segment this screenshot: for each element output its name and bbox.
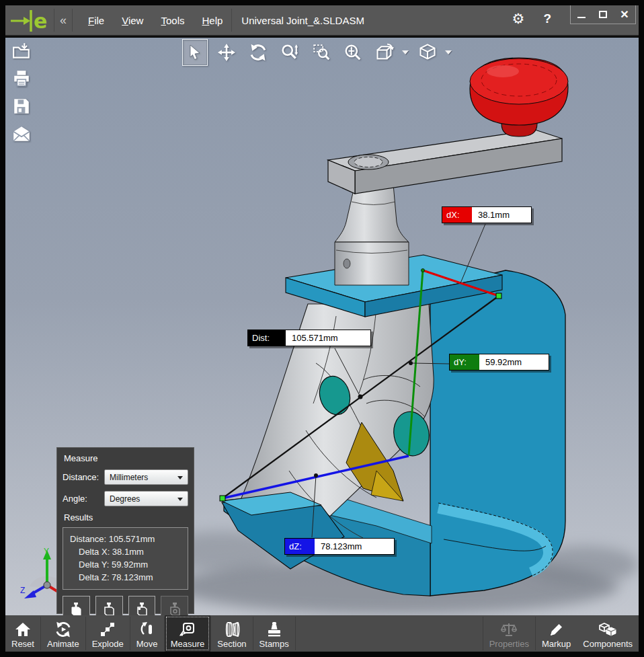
pan-tool-button[interactable] xyxy=(214,39,239,66)
distance-units-label: Distance: xyxy=(63,472,104,482)
open-file-icon[interactable] xyxy=(12,42,31,61)
stamp-icon xyxy=(266,621,283,638)
dz-measurement-callout[interactable]: dZ: 78.123mm xyxy=(284,538,395,555)
move-component-button[interactable]: Move xyxy=(130,615,164,652)
dz-label: dZ: xyxy=(285,539,315,554)
dx-label: dX: xyxy=(442,207,472,223)
titlebar-separator xyxy=(231,9,232,32)
isometric-view-button[interactable] xyxy=(415,39,440,66)
viewport-3d[interactable]: Y Z dX: 38.1mm Dist: 105.571mm dY: 59.92… xyxy=(5,38,639,615)
distance-units-select[interactable]: Millimeters xyxy=(104,469,188,485)
collapse-panel-button[interactable]: « xyxy=(54,13,72,28)
dy-label: dY: xyxy=(450,354,479,370)
result-delta-x: Delta X: 38.1mm xyxy=(70,545,184,558)
pan-icon xyxy=(218,44,235,61)
help-icon[interactable]: ? xyxy=(534,5,561,32)
view-orientation-button[interactable] xyxy=(372,39,397,66)
dist-label: Dist: xyxy=(248,330,286,346)
menu-file[interactable]: File xyxy=(79,8,113,33)
window-controls: ✕ xyxy=(570,5,636,24)
measure-panel-title: Measure xyxy=(64,453,188,463)
menu-bar: File View Tools Help xyxy=(79,8,231,33)
dy-measurement-callout[interactable]: dY: 59.92mm xyxy=(449,354,549,371)
dy-value: 59.92mm xyxy=(479,354,549,370)
measure-panel: Measure Distance: Millimeters Angle: Deg… xyxy=(56,447,194,614)
settings-gear-icon[interactable]: ⚙ xyxy=(503,5,534,32)
weight-solid-icon xyxy=(69,602,83,615)
dist-value: 105.571mm xyxy=(286,330,370,346)
dist-measurement-callout[interactable]: Dist: 105.571mm xyxy=(247,330,371,346)
angle-units-select[interactable]: Degrees xyxy=(104,491,188,506)
stamps-button[interactable]: Stamps xyxy=(253,615,295,652)
properties-scales-icon xyxy=(500,621,518,638)
properties-button: Properties xyxy=(483,615,535,652)
zoom-fit-icon xyxy=(344,44,362,61)
dx-measurement-callout[interactable]: dX: 38.1mm xyxy=(442,206,532,223)
cube-view-icon xyxy=(418,43,437,62)
menu-view[interactable]: View xyxy=(113,8,152,33)
result-delta-y: Delta Y: 59.92mm xyxy=(70,558,184,571)
triad-y-label: Y xyxy=(44,547,49,556)
result-delta-z: Delta Z: 78.123mm xyxy=(70,571,184,584)
document-title: Universal Joint_&.SLDASM xyxy=(241,15,364,26)
measure-results: Distance: 105.571mm Delta X: 38.1mm Delt… xyxy=(63,527,188,590)
home-icon xyxy=(14,621,32,638)
triad-z-label: Z xyxy=(20,586,25,595)
view-orientation-icon xyxy=(375,43,394,62)
reset-button[interactable]: Reset xyxy=(5,615,40,652)
view-style-dropdown[interactable] xyxy=(445,50,452,54)
components-icon xyxy=(598,621,617,638)
titlebar-separator xyxy=(72,9,73,32)
rotate-tool-button[interactable] xyxy=(245,39,271,66)
angle-units-label: Angle: xyxy=(63,494,104,504)
move-icon xyxy=(138,621,156,638)
minimize-button[interactable] xyxy=(571,6,592,24)
dx-value: 38.1mm xyxy=(472,207,531,223)
zoom-area-icon xyxy=(313,44,330,61)
svg-text:e: e xyxy=(34,9,47,33)
markup-button[interactable]: Markup xyxy=(536,615,577,652)
save-icon[interactable] xyxy=(12,97,31,116)
explode-icon xyxy=(99,621,116,638)
measure-mode-face-button[interactable] xyxy=(128,596,156,615)
measure-mode-point-to-point-button[interactable] xyxy=(63,596,90,615)
zoom-icon xyxy=(281,44,298,61)
maximize-button[interactable] xyxy=(592,6,614,24)
view-orientation-dropdown[interactable] xyxy=(402,50,409,54)
menu-tools[interactable]: Tools xyxy=(152,8,193,33)
select-arrow-icon xyxy=(188,44,202,61)
result-distance: Distance: 105.571mm xyxy=(70,533,184,545)
components-button[interactable]: Components xyxy=(577,615,639,652)
section-icon xyxy=(223,621,241,638)
animate-icon xyxy=(54,621,72,638)
menu-help[interactable]: Help xyxy=(193,8,231,33)
results-title: Results xyxy=(64,512,188,523)
select-tool-button[interactable] xyxy=(182,39,208,66)
weight-outline-icon xyxy=(102,602,116,615)
zoom-area-tool-button[interactable] xyxy=(309,39,334,66)
animate-button[interactable]: Animate xyxy=(41,615,85,652)
edrawings-logo-icon: e xyxy=(5,7,54,34)
zoom-tool-button[interactable] xyxy=(277,39,303,66)
measure-mode-arc-button[interactable] xyxy=(161,596,188,615)
close-button[interactable]: ✕ xyxy=(614,6,635,24)
print-icon[interactable] xyxy=(12,69,31,88)
rotate-icon xyxy=(249,43,268,62)
explode-button[interactable]: Explode xyxy=(86,615,130,652)
weight-disabled-icon xyxy=(168,602,182,615)
section-button[interactable]: Section xyxy=(211,615,252,652)
send-email-icon[interactable] xyxy=(12,124,31,143)
title-bar: e « File View Tools Help Universal Joint… xyxy=(5,5,639,36)
weight-point-icon xyxy=(135,602,149,615)
edrawings-window: e « File View Tools Help Universal Joint… xyxy=(0,0,644,657)
measure-tape-icon xyxy=(179,621,196,638)
measure-button[interactable]: Measure xyxy=(165,615,211,652)
measure-mode-edge-button[interactable] xyxy=(95,596,123,615)
markup-pencil-icon xyxy=(548,621,565,638)
dz-value: 78.123mm xyxy=(315,539,394,554)
view-toolbar xyxy=(182,39,452,66)
file-toolbar xyxy=(12,42,31,143)
bottom-toolbar: Reset Animate xyxy=(5,615,639,652)
zoom-fit-tool-button[interactable] xyxy=(340,39,366,66)
